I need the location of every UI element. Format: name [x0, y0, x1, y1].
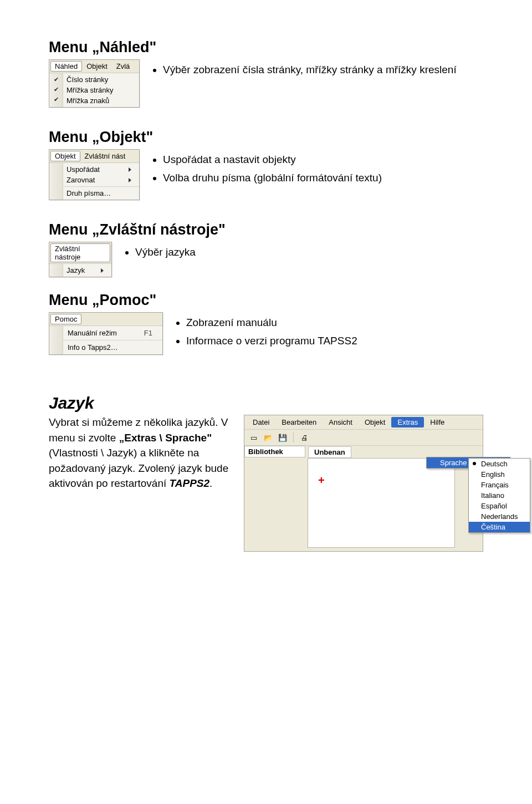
lang-nederlands[interactable]: Nederlands: [469, 511, 530, 522]
new-file-icon[interactable]: ▭: [248, 432, 260, 443]
app-toolbar: ▭ 📂 💾 🖨: [244, 430, 483, 446]
menu-item-mrizka-stranky[interactable]: Mřížka stránky: [63, 85, 139, 95]
section-title-nahled: Menu „Náhled": [49, 39, 483, 56]
bullet: Uspořádat a nastavit objekty: [163, 151, 382, 167]
plus-icon: +: [318, 474, 325, 487]
section-title-pomoc: Menu „Pomoc": [49, 292, 483, 309]
app-menubar-ansicht[interactable]: Ansicht: [323, 417, 359, 428]
section-title-zvlastni: Menu „Zvláštní nástroje": [49, 221, 483, 238]
lang-english[interactable]: English: [469, 469, 530, 480]
lang-italiano[interactable]: Italiano: [469, 490, 530, 501]
app-menubar-objekt[interactable]: Objekt: [359, 417, 392, 428]
menubar-objekt[interactable]: Objekt: [82, 61, 112, 72]
bullet: Informace o verzi programu TAPSS2: [186, 333, 357, 349]
app-menubar-bearbeiten[interactable]: Bearbeiten: [275, 417, 323, 428]
submenu-arrow-icon: [129, 165, 131, 174]
lang-espanol[interactable]: Español: [469, 501, 530, 511]
app-menubar-extras[interactable]: Extras: [391, 417, 424, 428]
objekt-menu-panel: Objekt Zvláštní nást Uspořádat Zarovnat …: [49, 149, 140, 200]
app-menubar-hilfe[interactable]: Hilfe: [424, 417, 451, 428]
submenu-arrow-icon: [101, 266, 104, 274]
pomoc-menu-panel: Pomoc Manuální režim F1 Info o Tapps2…: [49, 312, 163, 355]
language-submenu: Deutsch English Français Italiano Españo…: [468, 458, 530, 533]
menu-separator: [63, 186, 139, 187]
print-icon[interactable]: 🖨: [298, 432, 310, 443]
menu-item-usporadat[interactable]: Uspořádat: [63, 164, 139, 175]
tapps-app-window: Datei Bearbeiten Ansicht Objekt Extras H…: [244, 415, 483, 552]
section-title-objekt: Menu „Objekt": [49, 129, 483, 146]
menubar-zvlastni[interactable]: Zvláštní nástroje: [50, 243, 110, 262]
menubar-zvlastni-nast[interactable]: Zvláštní nást: [80, 151, 130, 161]
section-title-jazyk: Jazyk: [49, 394, 483, 413]
check-icon: ✔: [54, 84, 59, 94]
check-icon: ✔: [54, 94, 59, 104]
menubar-nahled[interactable]: Náhled: [50, 61, 82, 72]
save-icon[interactable]: 💾: [277, 432, 289, 443]
bullet: Výběr zobrazení čísla stránky, mřížky st…: [163, 62, 457, 78]
menu-item-manual[interactable]: Manuální režim F1: [63, 327, 162, 339]
sidebar-tab-bibliothek[interactable]: Bibliothek: [244, 446, 305, 457]
menu-item-druh-pisma[interactable]: Druh písma…: [63, 188, 139, 199]
menu-item-jazyk[interactable]: Jazyk: [63, 265, 111, 276]
shortcut-label: F1: [144, 329, 152, 337]
bullet: Zobrazení manuálu: [186, 314, 357, 330]
bullet: Výběr jazyka: [135, 244, 196, 260]
jazyk-paragraph: Vybrat si můžeme z několika jazyků. V me…: [49, 415, 236, 491]
menu-item-mrizka-znaku[interactable]: Mřížka znaků: [63, 95, 139, 106]
menubar-zvla[interactable]: Zvlá: [112, 61, 135, 72]
zvlastni-menu-panel: Zvláštní nástroje Jazyk: [49, 242, 112, 277]
menubar-pomoc[interactable]: Pomoc: [50, 314, 81, 324]
document-tab[interactable]: Unbenan: [308, 446, 351, 458]
menu-item-info[interactable]: Info o Tapps2…: [63, 342, 162, 353]
lang-francais[interactable]: Français: [469, 480, 530, 490]
submenu-arrow-icon: [129, 176, 131, 184]
menu-item-zarovnat[interactable]: Zarovnat: [63, 175, 139, 185]
nahled-menu-panel: Náhled Objekt Zvlá ✔ ✔ ✔ Číslo stránky M…: [49, 59, 140, 108]
lang-deutsch[interactable]: Deutsch: [469, 459, 530, 469]
app-menubar-datei[interactable]: Datei: [247, 417, 275, 428]
check-icon: ✔: [54, 74, 59, 84]
canvas[interactable]: Unbenan +: [308, 458, 455, 548]
menu-separator: [63, 340, 162, 340]
menubar-objekt[interactable]: Objekt: [50, 151, 80, 161]
menu-item-cislo-stranky[interactable]: Číslo stránky: [63, 74, 139, 85]
bullet: Volba druhu písma (globální formátování …: [163, 170, 382, 186]
open-file-icon[interactable]: 📂: [262, 432, 274, 443]
toolbar-separator: [293, 432, 294, 442]
lang-cestina[interactable]: Čeština: [469, 522, 530, 532]
